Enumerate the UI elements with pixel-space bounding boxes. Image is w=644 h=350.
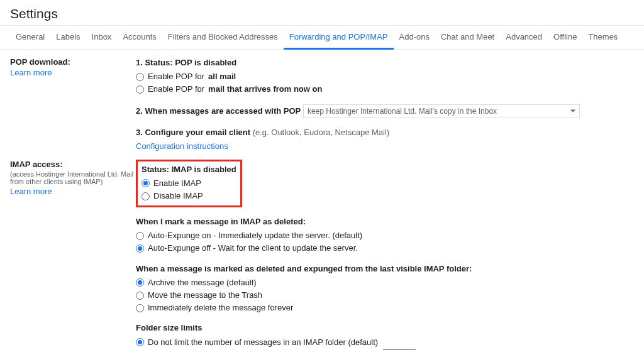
- imap-learn-more[interactable]: Learn more: [10, 187, 136, 196]
- tab-advanced[interactable]: Advanced: [500, 26, 548, 49]
- pop-section: POP download: Learn more 1. Status: POP …: [10, 57, 634, 151]
- imap-disable-row[interactable]: Disable IMAP: [142, 190, 236, 202]
- tab-forwarding-pop-imap[interactable]: Forwarding and POP/IMAP: [284, 26, 394, 50]
- pop-config-link[interactable]: Configuration instructions: [136, 141, 634, 151]
- imap-exp-archive-row[interactable]: Archive the message (default): [136, 277, 634, 288]
- imap-auto-off-label: Auto-Expunge off - Wait for the client t…: [148, 243, 358, 254]
- imap-title: IMAP access:: [10, 160, 136, 169]
- imap-status-highlight: Status: IMAP is disabled Enable IMAP Dis…: [136, 160, 242, 208]
- pop-configure-prefix: 3. Configure your email client: [136, 128, 253, 137]
- pop-status-value: POP is disabled: [175, 58, 236, 67]
- imap-enable-row[interactable]: Enable IMAP: [142, 178, 236, 189]
- page-title: Settings: [10, 6, 634, 21]
- radio-icon: [136, 278, 144, 287]
- pop-enable-all-row[interactable]: Enable POP for all mail: [136, 71, 634, 82]
- pop-access-select[interactable]: keep Hostinger International Ltd. Mail's…: [303, 104, 580, 119]
- tab-general[interactable]: General: [10, 26, 50, 49]
- settings-tabs: General Labels Inbox Accounts Filters an…: [0, 26, 644, 50]
- imap-folder-block: Folder size limits Do not limit the numb…: [136, 322, 634, 350]
- pop-left: POP download: Learn more: [10, 57, 136, 77]
- pop-configure-line: 3. Configure your email client (e.g. Out…: [136, 127, 634, 138]
- imap-right: Status: IMAP is disabled Enable IMAP Dis…: [136, 160, 634, 350]
- radio-icon: [136, 292, 144, 300]
- tab-chat-meet[interactable]: Chat and Meet: [435, 26, 500, 49]
- imap-exp-archive-label: Archive the message (default): [148, 277, 257, 288]
- tab-labels[interactable]: Labels: [50, 26, 86, 49]
- imap-section: IMAP access: (access Hostinger Internati…: [10, 160, 634, 350]
- radio-icon: [136, 338, 144, 346]
- pop-enable-new-row[interactable]: Enable POP for mail that arrives from no…: [136, 84, 634, 95]
- imap-auto-off-row[interactable]: Auto-Expunge off - Wait for the client t…: [136, 243, 634, 254]
- imap-folder-heading: Folder size limits: [136, 322, 634, 334]
- imap-expunge-heading: When a message is marked as deleted and …: [136, 263, 634, 275]
- imap-exp-delete-row[interactable]: Immediately delete the message forever: [136, 302, 634, 314]
- imap-auto-on-label: Auto-Expunge on - Immediately update the…: [148, 230, 362, 241]
- tab-inbox[interactable]: Inbox: [86, 26, 118, 49]
- imap-subtitle: (access Hostinger International Ltd. Mai…: [10, 170, 136, 185]
- pop-enable-new-bold: mail that arrives from now on: [208, 84, 322, 95]
- radio-icon: [136, 304, 144, 312]
- pop-enable-all-bold: all mail: [208, 71, 236, 82]
- imap-disable-label: Disable IMAP: [153, 190, 203, 202]
- imap-exp-trash-label: Move the message to the Trash: [148, 290, 262, 301]
- pop-status-prefix: 1. Status:: [136, 58, 175, 67]
- pop-right: 1. Status: POP is disabled Enable POP fo…: [136, 57, 634, 151]
- pop-enable-new-prefix: Enable POP for: [148, 84, 204, 95]
- pop-status-line: 1. Status: POP is disabled: [136, 57, 634, 68]
- pop-access-line: 2. When messages are accessed with POP k…: [136, 104, 634, 119]
- imap-left: IMAP access: (access Hostinger Internati…: [10, 160, 136, 196]
- radio-icon: [142, 192, 150, 200]
- radio-icon: [136, 85, 144, 94]
- imap-expunge-block: When a message is marked as deleted and …: [136, 263, 634, 314]
- imap-exp-trash-row[interactable]: Move the message to the Trash: [136, 290, 634, 301]
- imap-folder-nolimit-label: Do not limit the number of messages in a…: [148, 337, 378, 348]
- imap-exp-delete-label: Immediately delete the message forever: [148, 302, 293, 314]
- tab-offline[interactable]: Offline: [548, 26, 582, 49]
- pop-access-label: 2. When messages are accessed with POP: [136, 106, 301, 115]
- radio-icon: [136, 244, 144, 253]
- pop-learn-more[interactable]: Learn more: [10, 68, 136, 77]
- radio-icon: [136, 73, 144, 81]
- tab-themes[interactable]: Themes: [582, 26, 623, 49]
- imap-status: Status: IMAP is disabled: [142, 164, 236, 175]
- pop-configure-hint: (e.g. Outlook, Eudora, Netscape Mail): [253, 128, 390, 137]
- imap-deleted-block: When I mark a message in IMAP as deleted…: [136, 216, 634, 254]
- settings-content: POP download: Learn more 1. Status: POP …: [0, 50, 644, 350]
- radio-icon: [136, 232, 144, 240]
- imap-folder-nolimit-row[interactable]: Do not limit the number of messages in a…: [136, 337, 634, 348]
- pop-enable-all-prefix: Enable POP for: [148, 71, 204, 82]
- tab-accounts[interactable]: Accounts: [117, 26, 162, 49]
- radio-icon: [142, 179, 150, 187]
- tab-addons[interactable]: Add-ons: [394, 26, 435, 49]
- pop-title: POP download:: [10, 57, 136, 67]
- imap-auto-on-row[interactable]: Auto-Expunge on - Immediately update the…: [136, 230, 634, 241]
- page-header: Settings: [0, 0, 644, 26]
- tab-filters[interactable]: Filters and Blocked Addresses: [162, 26, 284, 49]
- imap-deleted-heading: When I mark a message in IMAP as deleted…: [136, 216, 634, 227]
- imap-enable-label: Enable IMAP: [153, 178, 201, 189]
